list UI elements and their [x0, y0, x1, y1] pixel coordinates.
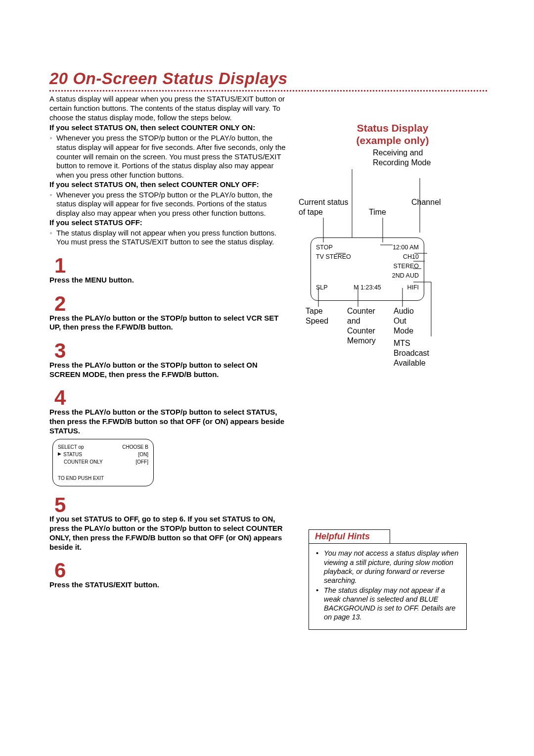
step-3-text: Press the PLAY/o button or the STOP/p bu…: [49, 361, 287, 379]
helpful-hints: Helpful Hints You may not access a statu…: [309, 529, 467, 630]
step-6-text: Press the STATUS/EXIT button.: [49, 580, 159, 589]
osd-r3-m: M 1:23:45: [354, 283, 381, 292]
lbl-counter3: Counter: [347, 327, 375, 335]
lbl-channel: Channel: [411, 198, 441, 207]
lbl-counter2: and: [347, 317, 360, 326]
right-column: Status Display (example only) Receiv: [299, 94, 487, 630]
lbl-tape2: Speed: [306, 317, 328, 326]
osd-header-right: CHOOSE B: [122, 443, 148, 451]
step-1-number: 1: [54, 256, 287, 276]
lbl-recording: Recording Mode: [373, 158, 431, 167]
page-title: 20 On-Screen Status Displays: [49, 69, 487, 88]
step-6-number: 6: [54, 561, 287, 580]
osd-row2-r: [OFF]: [135, 458, 148, 466]
osd-r2-r2: STEREO: [394, 263, 419, 270]
osd-r3-r: HIFI: [407, 283, 419, 292]
osd-r3-l: SLP: [316, 283, 328, 292]
step-1-text: Press the MENU button.: [49, 276, 287, 285]
left-column: A status display will appear when you pr…: [49, 94, 287, 630]
lbl-current2: of tape: [299, 208, 323, 217]
osd-example-box: STOP 12:00 AM TV STEREO CH10 STEREO 2ND …: [311, 237, 424, 301]
divider: [49, 90, 487, 92]
lbl-time: Time: [369, 208, 386, 217]
lbl-tape1: Tape: [306, 307, 323, 316]
cond1-body: Whenever you press the STOP/p button or …: [49, 134, 287, 180]
osd-r2-r3: 2ND AUD: [392, 272, 419, 279]
lbl-audio1: Audio: [394, 307, 414, 316]
lbl-mts3: Available: [394, 359, 426, 368]
status-diagram: Receiving and Recording Mode Current sta…: [299, 148, 477, 361]
osd-menu-box: SELECT op CHOOSE B ▶STATUS [ON] COUNTER …: [52, 439, 154, 486]
sd-title-1: Status Display: [357, 122, 429, 134]
osd-row1-r: [ON]: [138, 451, 148, 458]
cond2-body: Whenever you press the STOP/p button or …: [49, 190, 287, 218]
title-text: On-Screen Status Displays: [73, 69, 287, 88]
hint-1: You may not access a status display when…: [322, 549, 459, 585]
step-2-text: Press the PLAY/o button or the STOP/p bu…: [49, 314, 287, 332]
osd-row1-l: STATUS: [63, 451, 82, 458]
osd-r1-r: 12:00 AM: [393, 243, 419, 252]
hints-title: Helpful Hints: [315, 531, 370, 541]
lbl-receiving: Receiving and: [373, 148, 423, 157]
step-3-number: 3: [54, 341, 287, 361]
step-5-text: If you set STATUS to OFF, go to step 6. …: [49, 515, 287, 552]
cond3-head: If you select STATUS OFF:: [49, 218, 287, 228]
osd-row2-l: COUNTER ONLY: [58, 458, 103, 466]
osd-r2-r1: CH10: [403, 253, 419, 260]
lbl-audio3: Mode: [394, 327, 413, 335]
cond1-head: If you select STATUS ON, then select COU…: [49, 123, 287, 133]
sd-title-2: (example only): [356, 135, 429, 146]
status-display-title: Status Display (example only): [299, 122, 487, 146]
step-4-text: Press the PLAY/o button or the STOP/p bu…: [49, 408, 287, 435]
hint-2: The status display may not appear if a w…: [322, 586, 459, 622]
osd-header-left: SELECT op: [58, 443, 84, 451]
lbl-audio2: Out: [394, 317, 406, 326]
cond2-head: If you select STATUS ON, then select COU…: [49, 180, 287, 189]
step-5-number: 5: [54, 495, 287, 515]
lbl-counter4: Memory: [347, 336, 376, 345]
pointer-icon: ▶: [58, 451, 61, 458]
lbl-mts1: MTS: [394, 339, 410, 348]
step-4-number: 4: [54, 388, 287, 408]
lbl-current1: Current status: [299, 198, 348, 207]
hints-title-box: Helpful Hints: [309, 529, 390, 543]
hints-body: You may not access a status display when…: [309, 543, 467, 630]
step-2-number: 2: [54, 294, 287, 314]
osd-footer: TO END PUSH EXIT: [58, 474, 148, 482]
cond3-body: The status display will not appear when …: [49, 229, 287, 247]
intro-text: A status display will appear when you pr…: [49, 94, 287, 122]
title-number: 20: [49, 69, 68, 88]
lbl-counter1: Counter: [347, 307, 375, 316]
osd-r2-l: TV STEREO: [316, 252, 351, 280]
osd-r1-l: STOP: [316, 243, 333, 252]
lbl-mts2: Broadcast: [394, 349, 429, 358]
